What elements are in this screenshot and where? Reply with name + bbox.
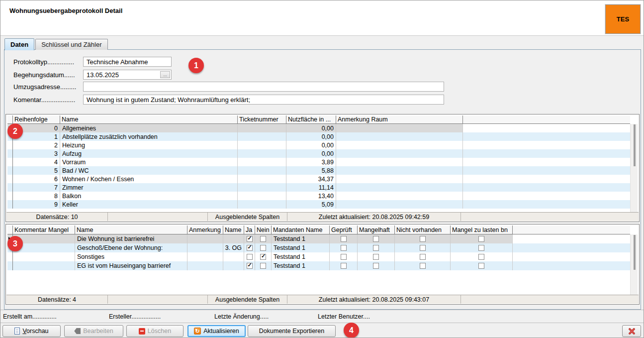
refresh-icon: ↻ <box>194 328 201 335</box>
button-label: Vorschau <box>22 328 48 335</box>
checkbox[interactable] <box>341 263 347 269</box>
table-row[interactable]: 5Bad / WC5,88 <box>7 166 630 175</box>
checkbox[interactable] <box>420 236 426 242</box>
table-row[interactable]: 3Aufzug0,00 <box>7 149 630 158</box>
checkbox[interactable] <box>247 245 253 251</box>
checkbox[interactable] <box>247 236 253 242</box>
checkbox[interactable] <box>341 254 347 260</box>
checklist-last-updated: Zuletzt aktualisiert: 20.08.2025 09:43:0… <box>319 296 429 303</box>
column-header[interactable]: Geprüft <box>330 225 358 234</box>
button-bar: VorschauBearbeitenLöschen↻AktualisierenD… <box>0 323 644 338</box>
app-window: Wohnungsuebergabeprotokoll Detail TES Da… <box>0 0 644 338</box>
delete-icon <box>139 328 145 335</box>
checkbox[interactable] <box>341 245 347 251</box>
checkbox[interactable] <box>373 245 379 251</box>
rooms-last-updated: Zuletzt aktualisiert: 20.08.2025 09:42:5… <box>319 214 429 221</box>
column-header-empty <box>513 225 630 234</box>
column-header[interactable]: Name <box>75 225 187 234</box>
grid-header-row: Kommentar MangelNameAnmerkungNameJaNeinM… <box>7 225 630 234</box>
close-icon <box>628 328 636 335</box>
annotation-badge-4: 4 <box>344 323 359 338</box>
annotation-badge-3: 3 <box>7 236 23 251</box>
bearbeiten-button[interactable]: Bearbeiten <box>64 325 123 337</box>
protokolltyp-input[interactable]: Technische Abnahme <box>83 57 172 67</box>
rooms-status-bar: Datensätze: 10 Ausgeblendete Spalten Zul… <box>6 212 639 221</box>
preview-icon <box>14 328 20 335</box>
checkbox[interactable] <box>260 245 266 251</box>
table-row[interactable]: EG ist vom Hauseingang barrierefTeststan… <box>7 261 630 270</box>
date-picker-button[interactable]: ... <box>160 71 170 78</box>
tab-bar: Daten Schlüssel und Zähler <box>4 38 108 50</box>
annotation-badge-1: 1 <box>188 58 204 73</box>
scrollbar-thumb[interactable] <box>634 235 636 270</box>
rooms-record-count: Datensätze: 10 <box>36 214 78 221</box>
dokumente-exportieren-button[interactable]: Dokumente Exportieren <box>248 325 336 337</box>
checkbox[interactable] <box>260 236 266 242</box>
checkbox[interactable] <box>420 254 426 260</box>
erstellt-am-label: Erstellt am.............. <box>3 313 57 320</box>
rooms-vertical-scrollbar[interactable] <box>630 124 638 212</box>
button-label: Dokumente Exportieren <box>259 328 324 335</box>
button-label: Aktualisieren <box>203 328 239 335</box>
letzter-benutzer-label: Letzter Benutzer.... <box>318 313 370 320</box>
aktualisieren-button[interactable]: ↻Aktualisieren <box>187 325 246 337</box>
column-header[interactable]: Nein <box>255 225 272 234</box>
tab-schluessel-und-zaehler[interactable]: Schlüssel und Zähler <box>35 39 107 50</box>
checkbox[interactable] <box>247 254 253 260</box>
column-header[interactable]: Mandanten Name <box>272 225 330 234</box>
column-header-empty <box>463 115 630 123</box>
column-header[interactable]: Mangel zu lasten bn <box>451 225 513 234</box>
table-row[interactable]: 0Allgemeines0,00 <box>7 124 630 132</box>
row-selector-header <box>7 225 13 234</box>
column-header[interactable]: Anmerkung Raum <box>336 115 463 123</box>
protokolltyp-value: Technische Abnahme <box>87 58 148 66</box>
checkbox[interactable] <box>247 263 253 269</box>
checkbox[interactable] <box>420 263 426 269</box>
column-header[interactable]: Ticketnummer <box>238 115 286 123</box>
table-row[interactable]: Geschoß/Ebene der Wohnung:3. OGTeststand… <box>7 243 630 252</box>
column-header[interactable]: Reihenfolge <box>13 115 60 123</box>
column-header[interactable]: Kommentar Mangel <box>13 225 75 234</box>
checkbox[interactable] <box>260 254 266 260</box>
checkbox[interactable] <box>373 263 379 269</box>
checkbox[interactable] <box>373 254 379 260</box>
column-header[interactable]: Mangelhaft <box>358 225 395 234</box>
table-row[interactable]: 2Heizung0,00 <box>7 141 630 149</box>
table-row[interactable]: 4Vorraum3,89 <box>7 158 630 166</box>
checkbox[interactable] <box>478 245 484 251</box>
checkbox[interactable] <box>373 236 379 242</box>
begehungsdatum-input[interactable]: 13.05.2025 ... <box>83 70 172 80</box>
rooms-hidden-columns-label[interactable]: Ausgeblendete Spalten <box>215 214 279 221</box>
table-row[interactable]: 1Abstellplätze zusätzlich vorhanden0,00 <box>7 132 630 141</box>
column-header[interactable]: Name <box>60 115 238 123</box>
checklist-vertical-scrollbar[interactable] <box>630 234 638 295</box>
komentar-input[interactable]: Wohnung ist in gutem Zustand; Wohnraumlü… <box>83 95 444 105</box>
grid: ReihenfolgeNameTicketnummerNutzfläche in… <box>7 115 630 209</box>
table-row[interactable]: 8Balkon13,40 <box>7 192 630 200</box>
vorschau-button[interactable]: Vorschau <box>2 325 61 337</box>
table-row[interactable]: 6Wohnen / Kochen / Essen34,37 <box>7 175 630 183</box>
grid-header-row: ReihenfolgeNameTicketnummerNutzfläche in… <box>7 115 630 124</box>
checkbox[interactable] <box>478 263 484 269</box>
scrollbar-thumb[interactable] <box>634 124 636 166</box>
column-header[interactable]: Name <box>223 225 244 234</box>
umzugsadresse-input[interactable] <box>83 82 444 92</box>
checkbox[interactable] <box>420 245 426 251</box>
table-row[interactable]: Die Wohnung ist barrierefreiTeststand 1 <box>7 234 630 243</box>
column-header[interactable]: Anmerkung <box>187 225 223 234</box>
column-header[interactable]: Ja <box>244 225 255 234</box>
checkbox[interactable] <box>478 236 484 242</box>
close-button[interactable] <box>622 325 641 337</box>
table-row[interactable]: SonstigesTeststand 1 <box>7 252 630 261</box>
column-header[interactable]: Nicht vorhanden <box>395 225 451 234</box>
tab-daten[interactable]: Daten <box>4 38 34 50</box>
checkbox[interactable] <box>260 263 266 269</box>
checkbox[interactable] <box>478 254 484 260</box>
tes-button[interactable]: TES <box>605 4 641 34</box>
loeschen-button[interactable]: Löschen <box>126 325 184 337</box>
checklist-hidden-columns-label[interactable]: Ausgeblendete Spalten <box>215 296 279 303</box>
checkbox[interactable] <box>341 236 347 242</box>
table-row[interactable]: 7Zimmer11,14 <box>7 183 630 192</box>
table-row[interactable]: 9Keller5,09 <box>7 200 630 209</box>
column-header[interactable]: Nutzfläche in ... <box>286 115 336 123</box>
